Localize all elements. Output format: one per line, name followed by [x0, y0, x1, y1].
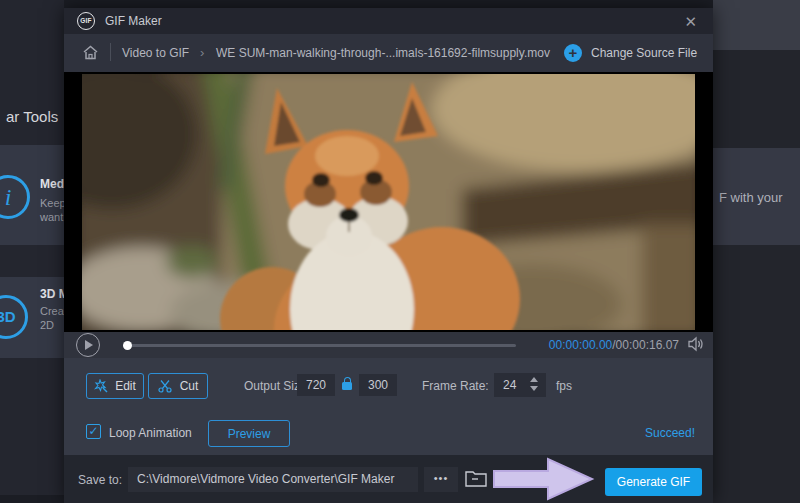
play-icon — [85, 340, 93, 350]
loop-animation-checkbox[interactable]: ✓ — [86, 424, 101, 439]
folder-icon — [464, 467, 488, 489]
time-display: 00:00:00.00/00:00:16.07 — [549, 338, 679, 352]
frame-rate-value[interactable]: 24 — [503, 373, 516, 397]
cut-label: Cut — [180, 379, 199, 393]
edit-button[interactable]: Edit — [86, 373, 144, 399]
magic-wand-icon — [94, 379, 108, 393]
breadcrumb: Video to GIF › WE SUM-man-walking-throug… — [64, 34, 713, 72]
video-preview[interactable] — [64, 72, 713, 332]
lock-icon[interactable] — [341, 374, 353, 396]
edit-label: Edit — [115, 379, 136, 393]
change-source-file-button[interactable]: Change Source File — [591, 46, 697, 60]
scissors-icon — [158, 379, 173, 393]
seek-slider[interactable] — [124, 344, 516, 347]
background-card-title: Med — [40, 177, 64, 191]
output-width-input[interactable]: 720 — [297, 374, 335, 396]
spin-up-icon[interactable] — [530, 377, 538, 382]
background-card-line: Crea — [40, 305, 64, 317]
gif-logo-icon: GIF — [77, 12, 95, 30]
output-height-input[interactable]: 300 — [359, 374, 397, 396]
gif-maker-dialog: GIF GIF Maker ✕ Video to GIF › WE SUM-ma… — [64, 8, 713, 503]
info-icon: i — [0, 175, 30, 219]
options-row: ✓ Loop Animation Preview Succeed! — [64, 412, 713, 455]
background-panel-header: ar Tools — [6, 108, 58, 125]
background-right-text: F with your — [719, 190, 783, 205]
footer-bar: Save to: C:\Vidmore\Vidmore Video Conver… — [64, 455, 713, 503]
background-card-3d[interactable]: 3D 3D M Crea 2D — [0, 277, 64, 358]
arrow-annotation — [492, 456, 596, 502]
background-card-line: 2D — [40, 319, 54, 331]
fps-label: fps — [556, 379, 572, 393]
fox-video-frame — [82, 74, 695, 330]
breadcrumb-section[interactable]: Video to GIF — [122, 46, 189, 60]
open-folder-button[interactable] — [464, 467, 492, 492]
status-text: Succeed! — [645, 426, 695, 440]
dialog-titlebar: GIF GIF Maker ✕ — [64, 8, 713, 34]
breadcrumb-filename: WE SUM-man-walking-through-...imals-1616… — [216, 46, 550, 60]
total-time: /00:00:16.07 — [612, 338, 679, 352]
spinner-arrows[interactable] — [530, 377, 539, 393]
spin-down-icon[interactable] — [530, 386, 538, 391]
playback-bar: 00:00:00.00/00:00:16.07 — [64, 332, 713, 358]
3d-icon: 3D — [0, 295, 28, 339]
background-card-line: want — [40, 211, 63, 223]
frame-rate-label: Frame Rate: — [422, 379, 489, 393]
save-path-value: C:\Vidmore\Vidmore Video Converter\GIF M… — [137, 472, 412, 486]
background-right-panel — [713, 50, 800, 503]
close-icon[interactable]: ✕ — [680, 11, 701, 33]
browse-button[interactable]: ••• — [424, 467, 458, 492]
toolbar: Edit Cut Output Size: 720 300 Frame Rate… — [64, 358, 713, 412]
cut-button[interactable]: Cut — [148, 373, 208, 399]
speaker-icon[interactable] — [687, 336, 705, 352]
background-right-top — [713, 0, 800, 50]
chevron-right-icon: › — [200, 45, 204, 60]
plus-icon[interactable]: + — [564, 44, 582, 62]
background-left-panel: ar Tools i Med Keep want 3D 3D M Crea 2D — [0, 0, 64, 495]
breadcrumb-divider — [110, 43, 111, 61]
elapsed-time: 00:00:00.00 — [549, 338, 612, 352]
background-card-line: Keep — [40, 197, 66, 209]
dialog-title: GIF Maker — [105, 14, 162, 28]
loop-animation-label: Loop Animation — [109, 426, 192, 440]
save-path-input[interactable]: C:\Vidmore\Vidmore Video Converter\GIF M… — [128, 467, 418, 492]
screen: { "window": { "title": "GIF Maker", "clo… — [0, 0, 800, 503]
save-to-label: Save to: — [78, 473, 122, 487]
home-icon[interactable] — [82, 44, 99, 61]
background-card-media[interactable]: i Med Keep want — [0, 145, 64, 245]
seek-thumb[interactable] — [123, 341, 132, 350]
preview-button[interactable]: Preview — [208, 420, 290, 447]
play-button[interactable] — [76, 333, 100, 357]
generate-gif-button[interactable]: Generate GIF — [605, 468, 702, 496]
frame-rate-spinner[interactable]: 24 — [494, 373, 546, 397]
